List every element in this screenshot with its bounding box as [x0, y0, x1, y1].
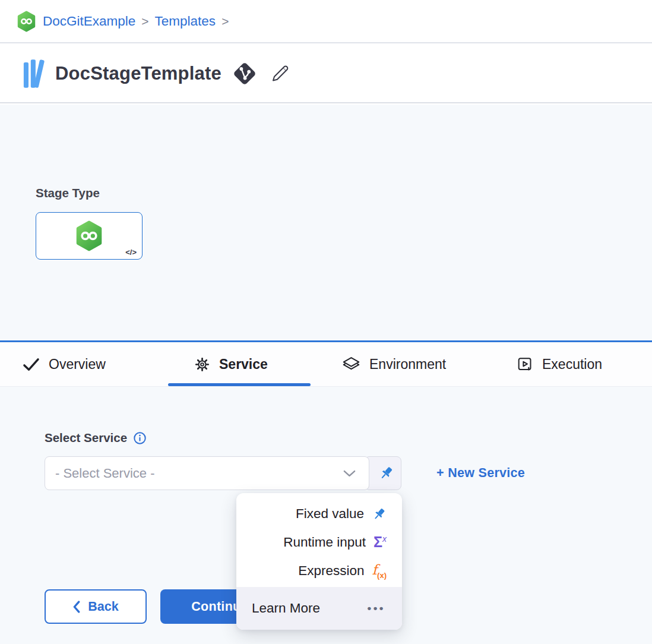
- tab-label: Environment: [369, 356, 446, 372]
- git-remote-icon: [231, 60, 258, 87]
- ellipsis-icon: •••: [368, 602, 385, 615]
- breadcrumb-separator: >: [141, 14, 148, 29]
- check-icon: [23, 357, 40, 372]
- code-glyph: </>: [125, 248, 137, 257]
- chevron-left-icon: [72, 601, 80, 613]
- value-type-menu-items: Fixed value Runtime input Σx: [236, 493, 402, 587]
- deploy-stage-type-card[interactable]: </>: [36, 212, 143, 260]
- value-type-toggle-button[interactable]: [365, 456, 401, 490]
- harness-hexagon-icon: [17, 11, 36, 32]
- select-service-label: Select Service: [45, 431, 127, 445]
- menu-item-runtime-input[interactable]: Runtime input Σx: [236, 528, 402, 557]
- chevron-down-icon: [343, 470, 356, 477]
- tab-label: Execution: [542, 356, 602, 372]
- tab-execution[interactable]: Execution: [517, 342, 602, 386]
- play-square-icon: [517, 356, 533, 372]
- tab-overview[interactable]: Overview: [23, 342, 106, 386]
- gear-icon: [194, 356, 210, 372]
- menu-item-label: Expression: [298, 563, 364, 579]
- template-header: DocStageTemplate: [0, 45, 652, 103]
- template-library-icon: [23, 58, 46, 89]
- sigma-icon: Σx: [374, 535, 387, 550]
- menu-item-label: Fixed value: [296, 506, 364, 522]
- harness-cd-hexagon-icon: [75, 220, 103, 251]
- layers-icon: [342, 356, 360, 372]
- service-tab-panel: Select Service: [0, 387, 652, 644]
- breadcrumb-separator: >: [221, 14, 229, 29]
- back-button[interactable]: Back: [45, 589, 147, 624]
- learn-more-row[interactable]: Learn More •••: [236, 587, 402, 630]
- service-select[interactable]: - Select Service -: [45, 456, 369, 490]
- stage-tabbar: Overview Service: [0, 342, 652, 387]
- menu-item-label: Runtime input: [283, 535, 366, 550]
- select-service-label-row: Select Service: [45, 431, 147, 445]
- stage-type-label: Stage Type: [36, 186, 100, 200]
- service-select-placeholder: - Select Service -: [55, 466, 155, 481]
- info-icon[interactable]: [133, 431, 147, 445]
- breadcrumb: DocGitExample > Templates >: [0, 0, 652, 43]
- active-tab-underline: [168, 383, 311, 386]
- tab-environment[interactable]: Environment: [342, 342, 446, 386]
- fx-icon: f(x): [372, 563, 387, 579]
- breadcrumb-templates-link[interactable]: Templates: [155, 14, 216, 29]
- edit-pencil-icon[interactable]: [269, 63, 290, 84]
- new-service-link[interactable]: + New Service: [436, 456, 525, 490]
- menu-item-fixed-value[interactable]: Fixed value: [236, 500, 402, 528]
- back-button-label: Back: [88, 599, 118, 614]
- page-title: DocStageTemplate: [55, 63, 221, 84]
- breadcrumb-project-link[interactable]: DocGitExample: [43, 14, 135, 29]
- pin-icon: [378, 465, 394, 481]
- stage-template-page: DocGitExample > Templates > DocStageTemp…: [0, 0, 652, 644]
- pin-icon: [372, 507, 387, 522]
- tab-label: Service: [219, 356, 268, 372]
- tab-label: Overview: [49, 356, 106, 372]
- value-type-menu: Fixed value Runtime input Σx: [236, 493, 402, 630]
- learn-more-label: Learn More: [252, 601, 320, 616]
- menu-item-expression[interactable]: Expression f(x): [236, 557, 402, 585]
- stage-type-section: Stage Type </>: [0, 105, 652, 340]
- tab-service[interactable]: Service: [194, 342, 268, 386]
